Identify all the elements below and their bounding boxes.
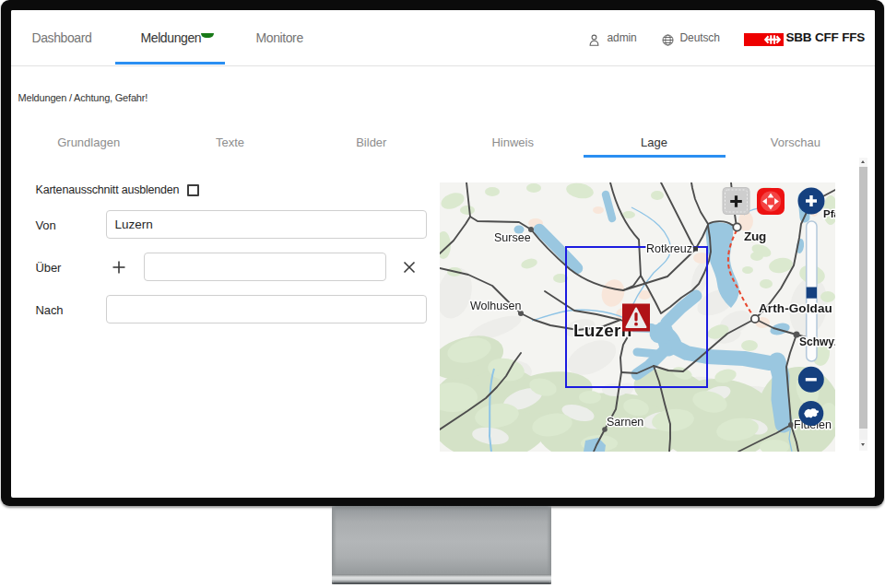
svg-text:Zug: Zug <box>744 229 766 243</box>
svg-text:Sarnen: Sarnen <box>607 416 643 429</box>
svg-text:Schwyz: Schwyz <box>799 335 835 348</box>
svg-text:Rotkreuz: Rotkreuz <box>646 242 692 255</box>
svg-text:Pfä: Pfä <box>823 208 835 219</box>
svg-text:Arth-Goldau: Arth-Goldau <box>759 301 832 315</box>
svg-text:Sursee: Sursee <box>494 231 531 244</box>
svg-text:Wolhusen: Wolhusen <box>470 300 521 312</box>
